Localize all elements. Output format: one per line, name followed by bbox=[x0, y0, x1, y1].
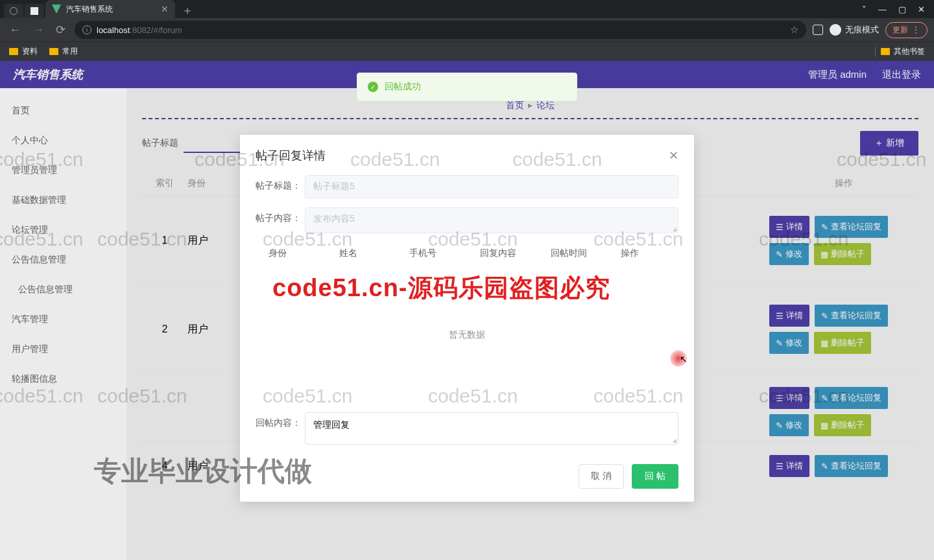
browser-tab-active[interactable]: 汽车销售系统 ✕ bbox=[45, 0, 175, 18]
bookmark-other[interactable]: 其他书签 bbox=[881, 46, 925, 57]
window-minimize-icon[interactable]: — bbox=[878, 5, 887, 14]
tab-inactive-1[interactable] bbox=[4, 4, 23, 18]
folder-icon bbox=[9, 48, 18, 55]
incognito-icon bbox=[830, 24, 841, 36]
window-maximize-icon[interactable]: ▢ bbox=[898, 5, 906, 14]
bookmark-item-1[interactable]: 资料 bbox=[9, 46, 38, 57]
success-toast: ✓ 回帖成功 bbox=[357, 73, 577, 101]
address-bar[interactable]: i localhost:8082/#/forum ☆ bbox=[75, 21, 806, 39]
tab-title: 汽车销售系统 bbox=[66, 4, 113, 15]
inner-table-header: 身份 姓名 手机号 回复内容 回帖时间 操作 bbox=[256, 242, 678, 264]
site-info-icon[interactable]: i bbox=[82, 25, 91, 34]
browser-update-button[interactable]: 更新⋮ bbox=[885, 22, 928, 38]
extension-icon[interactable] bbox=[813, 25, 823, 35]
new-tab-button[interactable]: ＋ bbox=[175, 3, 200, 18]
reply-detail-modal: 帖子回复详情 ✕ 帖子标题： 帖子标题5 帖子内容： 发布内容5 身份 姓名 手… bbox=[240, 135, 694, 502]
field-label-reply: 回帖内容： bbox=[256, 412, 305, 429]
vue-icon bbox=[52, 5, 61, 14]
check-icon: ✓ bbox=[368, 82, 378, 92]
cancel-button[interactable]: 取 消 bbox=[579, 464, 624, 489]
window-close-icon[interactable]: ✕ bbox=[918, 5, 925, 14]
bookmark-star-icon[interactable]: ☆ bbox=[790, 24, 798, 36]
incognito-indicator: 无痕模式 bbox=[830, 24, 879, 36]
field-label-title: 帖子标题： bbox=[256, 175, 305, 192]
modal-close-icon[interactable]: ✕ bbox=[669, 148, 678, 163]
reply-textarea[interactable]: 管理回复 bbox=[305, 412, 678, 445]
submit-reply-button[interactable]: 回 帖 bbox=[632, 464, 678, 489]
modal-title: 帖子回复详情 bbox=[256, 148, 326, 163]
folder-icon bbox=[49, 48, 58, 55]
window-dropdown-icon[interactable]: ˅ bbox=[862, 5, 867, 14]
tab-inactive-2[interactable] bbox=[25, 4, 44, 18]
tab-close-icon[interactable]: ✕ bbox=[161, 4, 169, 14]
nav-reload-icon[interactable]: ⟳ bbox=[53, 23, 68, 37]
folder-icon bbox=[881, 48, 890, 55]
field-content-textarea[interactable]: 发布内容5 bbox=[305, 207, 678, 233]
nav-back-icon[interactable]: ← bbox=[6, 23, 23, 37]
field-label-content: 帖子内容： bbox=[256, 207, 305, 224]
bookmark-item-2[interactable]: 常用 bbox=[49, 46, 78, 57]
field-title-input[interactable]: 帖子标题5 bbox=[305, 175, 678, 198]
no-data-text: 暂无数据 bbox=[256, 264, 678, 412]
url-text: localhost:8082/#/forum bbox=[97, 25, 182, 35]
nav-forward-icon[interactable]: → bbox=[30, 23, 47, 37]
